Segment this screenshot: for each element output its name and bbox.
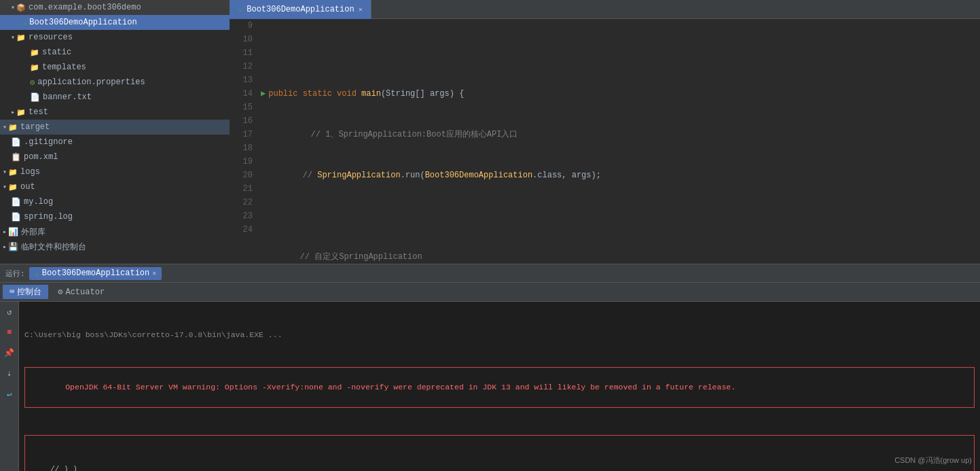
sidebar-item-label: 外部库 [21,226,46,238]
sidebar-item-label: Boot306DemoApplication [29,18,137,27]
run-tab[interactable]: ☕ Boot306DemoApplication ✕ [29,267,162,280]
folder-icon: 📁 [30,48,39,57]
props-icon: ⚙ [30,77,35,88]
bottom-section: 运行: ☕ Boot306DemoApplication ✕ ⌨ 控制台 ⚙ A… [0,264,980,471]
sidebar-item-test[interactable]: 📁 test [0,105,230,120]
code-line-14: // 自定义SpringApplication [261,250,980,264]
sidebar-item-boot306demo-app[interactable]: ☕ Boot306DemoApplication [0,15,230,30]
temp-icon: 💾 [8,242,18,252]
sidebar-item-label: com.example.boot306demo [29,3,141,12]
arrow-icon [11,3,15,12]
editor: ☕ Boot306DemoApplication ✕ 9 10 11 12 13… [230,0,980,264]
code-line-13 [261,209,980,223]
arrow-icon [3,183,7,191]
actuator-tab-label: Actuator [65,287,105,297]
sidebar-item-label: my.log [24,197,53,207]
watermark-text: CSDN @冯浩(grow up) [894,456,972,464]
sidebar-item-label: pom.xml [24,152,58,162]
soft-wrap-btn[interactable]: ↵ [2,386,17,401]
pin-btn[interactable]: 📌 [2,345,17,360]
sidebar-item-temp-files[interactable]: 💾 临时文件和控制台 [0,239,230,254]
console-tabs-bar: ⌨ 控制台 ⚙ Actuator [0,283,980,302]
lib-icon: 📊 [8,227,18,237]
run-bar: 运行: ☕ Boot306DemoApplication ✕ [0,264,980,283]
sidebar-item-spring-log[interactable]: 📄 spring.log [0,209,230,224]
sidebar-item-label: application.properties [37,77,145,87]
folder-icon: 📁 [16,108,26,117]
code-lines[interactable]: ▶ public static void main(String[] args)… [258,19,980,264]
sidebar-item-label: target [20,122,50,132]
sidebar-item-com-example[interactable]: 📦 com.example.boot306demo [0,0,230,15]
actuator-tab-icon: ⚙ [58,287,62,297]
sidebar-item-label: out [20,182,35,192]
sidebar-item-label: test [29,107,48,117]
java-path-line: C:\Users\big boss\JDKs\corretto-17.0.8\b… [24,329,975,341]
file-icon: 📄 [11,197,21,207]
xml-icon: 📋 [11,152,21,162]
watermark: CSDN @冯浩(grow up) [894,455,972,466]
sidebar-item-label: .gitignore [24,137,73,147]
editor-tab[interactable]: ☕ Boot306DemoApplication ✕ [230,0,371,19]
tab-close-button[interactable]: ✕ [359,5,363,14]
sidebar: 📦 com.example.boot306demo ☕ Boot306DemoA… [0,0,230,264]
console-area: ↺ ■ 📌 ⇣ ↵ C:\Users\big boss\JDKs\corrett… [0,302,980,471]
arrow-icon [3,123,7,131]
sidebar-item-label: logs [20,167,40,177]
sidebar-item-my-log[interactable]: 📄 my.log [0,194,230,209]
folder-icon: 📁 [30,63,39,72]
tab-label: Boot306DemoApplication [247,5,354,14]
restart-btn[interactable]: ↺ [2,304,17,319]
warning-line: OpenJDK 64-Bit Server VM warning: Option… [24,367,975,408]
stop-btn[interactable]: ■ [2,325,17,340]
console-sidebar: ↺ ■ 📌 ⇣ ↵ [0,302,19,471]
folder-icon: 📁 [8,123,18,132]
package-icon: 📦 [16,3,26,12]
sidebar-item-label: banner.txt [43,92,92,102]
sidebar-item-target[interactable]: 📁 target [0,120,230,135]
code-line-11: // 1、SpringApplication:Boot应用的核心API入口 [261,128,980,141]
run-tab-close[interactable]: ✕ [152,269,156,277]
sidebar-item-label: templates [42,63,86,72]
sidebar-item-label: resources [29,33,73,42]
java-tab-icon: ☕ [238,4,242,14]
folder-icon: 📁 [8,168,18,177]
code-editor[interactable]: 9 10 11 12 13 14 15 16 17 18 19 20 21 22… [230,19,980,264]
code-line-10: ▶ public static void main(String[] args)… [261,87,980,101]
sidebar-item-static[interactable]: 📁 static [0,45,230,60]
sidebar-item-logs[interactable]: 📁 logs [0,164,230,179]
warning-text: OpenJDK 64-Bit Server VM warning: Option… [65,383,736,391]
sidebar-item-application-props[interactable]: ⚙ application.properties [0,75,230,90]
arrow-icon [3,228,7,236]
run-tab-icon: ☕ [35,268,39,279]
sidebar-item-gitignore[interactable]: 📄 .gitignore [0,135,230,150]
code-line-12: // SpringApplication.run(Boot306DemoAppl… [261,169,980,182]
sidebar-item-resources[interactable]: 📁 resources [0,30,230,45]
arrow-icon [11,33,15,41]
console-tab-label: 控制台 [17,286,41,298]
sidebar-item-banner-txt[interactable]: 📄 banner.txt [0,90,230,105]
console-output[interactable]: C:\Users\big boss\JDKs\corretto-17.0.8\b… [19,302,980,471]
console-tab-kontrol[interactable]: ⌨ 控制台 [3,285,48,299]
folder-icon: 📁 [16,33,26,42]
spring-banner: // ) ) --//___ -- -- / -- --- -- --- // … [24,435,975,471]
file-icon: 📄 [11,137,21,147]
banner-line-1: // ) ) [28,463,971,471]
console-tab-actuator[interactable]: ⚙ Actuator [51,285,111,298]
sidebar-item-external-libs[interactable]: 📊 外部库 [0,224,230,239]
sidebar-item-label: static [42,48,71,57]
sidebar-item-out[interactable]: 📁 out [0,179,230,194]
file-icon: 📄 [30,92,40,103]
sidebar-item-pom-xml[interactable]: 📋 pom.xml [0,150,230,164]
editor-tab-bar: ☕ Boot306DemoApplication ✕ [230,0,980,19]
console-tab-icon: ⌨ [10,287,14,297]
run-label: 运行: [5,268,25,279]
file-icon: 📄 [11,212,21,222]
folder-icon: 📁 [8,183,18,192]
line-numbers: 9 10 11 12 13 14 15 16 17 18 19 20 21 22… [230,19,258,264]
sidebar-item-templates[interactable]: 📁 templates [0,60,230,75]
sidebar-item-label: 临时文件和控制台 [21,241,86,253]
arrow-icon [3,168,7,176]
arrow-icon [3,243,7,251]
arrow-icon [11,108,15,116]
scroll-end-btn[interactable]: ⇣ [2,366,17,381]
